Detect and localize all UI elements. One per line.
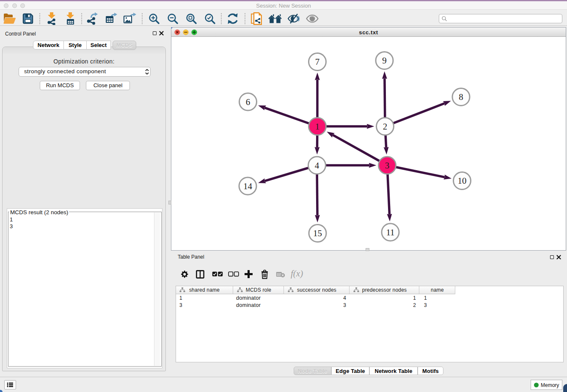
svg-text:1: 1 xyxy=(315,121,320,132)
svg-text:15: 15 xyxy=(313,228,322,238)
svg-text:2: 2 xyxy=(383,121,388,132)
svg-text:10: 10 xyxy=(458,176,467,186)
svg-text:8: 8 xyxy=(459,92,463,102)
svg-text:6: 6 xyxy=(246,97,250,107)
svg-text:3: 3 xyxy=(385,160,390,171)
svg-text:11: 11 xyxy=(386,227,394,237)
svg-text:14: 14 xyxy=(243,181,253,191)
svg-text:9: 9 xyxy=(382,55,387,66)
svg-text:7: 7 xyxy=(315,57,320,67)
svg-text:4: 4 xyxy=(315,160,319,171)
